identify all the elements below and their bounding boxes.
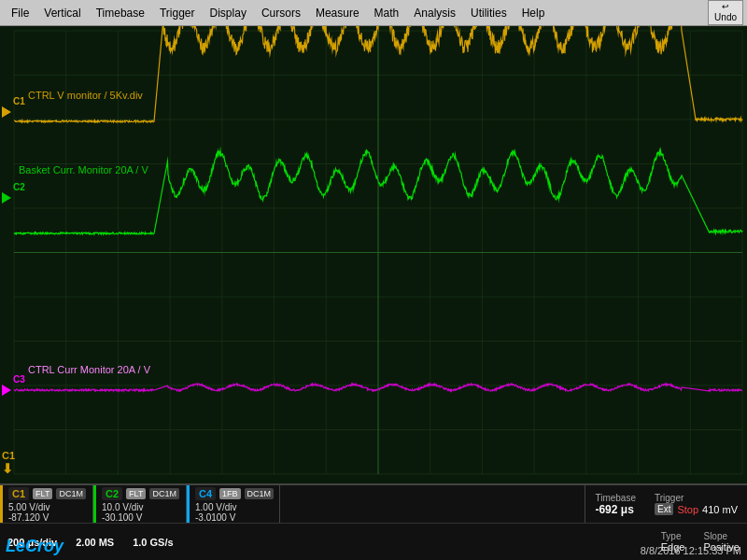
ch-info-row: C1 FLT DC1M 5.00 V/div -87.120 V C2 FLT … — [0, 483, 747, 523]
menu-measure[interactable]: Measure — [308, 5, 367, 21]
timebase-sample: 1.0 GS/s — [133, 537, 173, 548]
timebase-mem-block: 2.00 MS — [76, 537, 114, 548]
statusbar: C1 FLT DC1M 5.00 V/div -87.120 V C2 FLT … — [0, 483, 747, 560]
ch1-marker — [2, 106, 11, 118]
menu-display[interactable]: Display — [203, 5, 254, 21]
ch1-offset: -87.120 V — [8, 512, 87, 523]
scope-display: CTRL V monitor / 5Kv.div Basket Curr. Mo… — [0, 26, 747, 483]
menu-cursors[interactable]: Cursors — [254, 5, 308, 21]
ch1-bottom-marker: C1⬇ — [2, 450, 15, 476]
ch1-tag: C1 — [8, 487, 29, 500]
ch2-block: C2 FLT DC1M 10.0 V/div -30.100 V — [93, 485, 187, 523]
trigger-status: Stop — [677, 504, 698, 515]
ch2-marker — [2, 192, 11, 203]
menu-vertical[interactable]: Vertical — [36, 5, 88, 21]
ch4-badge-dc1: DC1M — [245, 488, 275, 499]
trigger-info-block: Trigger Ext Stop 410 mV — [655, 493, 738, 515]
timebase-cursor-block: Timebase -692 μs — [595, 493, 636, 516]
menu-analysis[interactable]: Analysis — [406, 5, 463, 21]
trigger-mode: Ext — [655, 503, 673, 515]
menu-file[interactable]: File — [4, 5, 36, 21]
trigger-type-label: Type — [661, 531, 685, 541]
ch2-badge-dc1: DC1M — [149, 488, 179, 499]
ch4-vdiv: 1.00 V/div — [195, 502, 274, 512]
ch1-badge-dc1: DC1M — [56, 488, 86, 499]
ch2-offset: -30.100 V — [102, 512, 180, 523]
scope-grid — [0, 26, 747, 483]
ch2-marker-label: C2 — [13, 182, 25, 192]
undo-button[interactable]: ↩ Undo — [708, 0, 743, 25]
ch4-badge-1fb: 1FB — [219, 488, 241, 499]
trigger-slope-label: Slope — [703, 531, 740, 541]
ch3-marker — [2, 385, 11, 396]
menu-help[interactable]: Help — [514, 5, 553, 21]
ch2-vdiv: 10.0 V/div — [102, 502, 180, 512]
ch1-vdiv: 5.00 V/div — [8, 502, 87, 512]
timebase-mem: 2.00 MS — [76, 537, 114, 548]
menu-trigger[interactable]: Trigger — [152, 5, 203, 21]
menu-utilities[interactable]: Utilities — [463, 5, 514, 21]
trigger-level: 410 mV — [702, 504, 738, 515]
ch1-block: C1 FLT DC1M 5.00 V/div -87.120 V — [0, 485, 93, 523]
timebase-cursor-val: -692 μs — [595, 503, 636, 516]
timebase-label: Timebase — [595, 493, 636, 503]
trigger-label: Trigger — [655, 493, 738, 503]
ch4-block: C4 1FB DC1M 1.00 V/div -3.0100 V — [187, 485, 280, 523]
datetime-label: 8/8/2016 12:15:33 PM — [641, 545, 741, 556]
menu-math[interactable]: Math — [367, 5, 407, 21]
ch3-marker-label: C3 — [13, 374, 25, 385]
timebase-info-block: Timebase -692 μs Trigger Ext Stop 410 mV — [585, 485, 747, 523]
ch2-tag: C2 — [102, 487, 122, 500]
ch4-tag: C4 — [195, 487, 216, 500]
ch4-offset: -3.0100 V — [195, 512, 274, 523]
brand-label: LeCroy — [6, 537, 63, 556]
ch1-marker-label: C1 — [13, 96, 25, 106]
menu-timebase[interactable]: Timebase — [89, 5, 152, 21]
timebase-sample-block: 1.0 GS/s — [133, 537, 173, 548]
menubar: File Vertical Timebase Trigger Display C… — [0, 0, 747, 26]
ch1-badge-flt: FLT — [33, 488, 52, 499]
ch2-badge-flt: FLT — [126, 488, 146, 499]
timebase-row: 200 μs/div 2.00 MS 1.0 GS/s Type Edge Sl… — [0, 523, 747, 560]
